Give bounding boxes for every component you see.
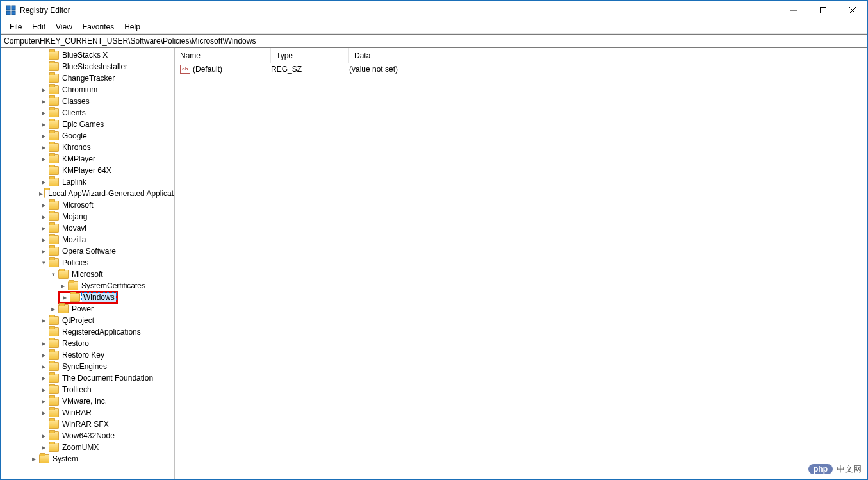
maximize-button[interactable] xyxy=(808,1,838,20)
chevron-right-icon[interactable]: ▶ xyxy=(39,154,48,163)
chevron-right-icon[interactable]: ▶ xyxy=(39,108,48,117)
tree-item[interactable]: ▶WinRAR xyxy=(1,407,174,418)
tree-item[interactable]: ChangeTracker xyxy=(1,72,174,84)
chevron-right-icon[interactable]: ▶ xyxy=(39,189,43,198)
column-data[interactable]: Data xyxy=(349,48,525,63)
tree-item[interactable]: BlueStacksInstaller xyxy=(1,61,174,72)
tree-item[interactable]: ▶ZoomUMX xyxy=(1,442,174,453)
column-name[interactable]: Name xyxy=(175,48,271,63)
tree-item[interactable]: ▶Mozilla xyxy=(1,234,174,245)
value-row[interactable]: ab(Default)REG_SZ(value not set) xyxy=(175,63,867,75)
chevron-right-icon[interactable]: ▶ xyxy=(39,120,48,129)
chevron-right-icon[interactable]: ▶ xyxy=(39,247,48,256)
tree-item[interactable]: BlueStacks X xyxy=(1,49,174,61)
chevron-right-icon[interactable]: ▶ xyxy=(58,281,67,290)
watermark: php 中文网 xyxy=(808,463,862,475)
string-value-icon: ab xyxy=(180,65,190,74)
chevron-right-icon[interactable]: ▶ xyxy=(39,201,48,210)
titlebar: Registry Editor xyxy=(1,1,867,20)
chevron-right-icon[interactable]: ▶ xyxy=(39,443,48,452)
tree-item-label: Epic Games xyxy=(61,120,105,129)
folder-icon xyxy=(49,385,59,394)
tree-item-label: QtProject xyxy=(61,316,95,325)
chevron-right-icon[interactable]: ▶ xyxy=(39,212,48,221)
tree-item[interactable]: WinRAR SFX xyxy=(1,418,174,430)
tree-item[interactable]: ▶SystemCertificates xyxy=(1,280,174,292)
highlight-box: ▶Windows xyxy=(58,291,118,304)
chevron-right-icon[interactable]: ▶ xyxy=(39,131,48,140)
chevron-right-icon[interactable]: ▶ xyxy=(39,97,48,106)
tree-item[interactable]: ▶SyncEngines xyxy=(1,361,174,372)
tree-item[interactable]: ▶Google xyxy=(1,130,174,142)
chevron-right-icon[interactable]: ▶ xyxy=(39,362,48,371)
folder-icon xyxy=(49,62,59,71)
menu-edit[interactable]: Edit xyxy=(27,21,51,33)
tree-item[interactable]: ▶Opera Software xyxy=(1,245,174,257)
tree-item-label: System xyxy=(51,454,79,463)
tree-item-label: Laplink xyxy=(61,178,88,186)
minimize-button[interactable] xyxy=(779,1,808,20)
tree-item[interactable]: ▶System xyxy=(1,453,174,465)
chevron-right-icon[interactable]: ▶ xyxy=(39,431,48,440)
tree-item[interactable]: ▶Power xyxy=(1,303,174,315)
chevron-right-icon[interactable]: ▶ xyxy=(39,397,48,406)
list-header: Name Type Data xyxy=(175,48,867,63)
chevron-right-icon[interactable]: ▶ xyxy=(29,454,38,463)
chevron-right-icon[interactable]: ▶ xyxy=(49,304,58,313)
folder-icon xyxy=(70,293,80,302)
column-type[interactable]: Type xyxy=(271,48,349,63)
chevron-right-icon[interactable]: ▶ xyxy=(39,374,48,383)
menu-view[interactable]: View xyxy=(51,21,78,33)
tree-item[interactable]: ▶Chromium xyxy=(1,84,174,95)
tree-item[interactable]: ▶Khronos xyxy=(1,142,174,153)
chevron-right-icon[interactable]: ▶ xyxy=(39,143,48,152)
chevron-right-icon[interactable]: ▶ xyxy=(39,178,48,186)
tree-item[interactable]: ▶Classes xyxy=(1,95,174,107)
tree-item[interactable]: ▶KMPlayer xyxy=(1,153,174,165)
chevron-right-icon[interactable]: ▶ xyxy=(39,316,48,325)
chevron-right-icon[interactable]: ▶ xyxy=(39,85,48,94)
folder-icon xyxy=(49,108,59,117)
address-bar[interactable]: Computer\HKEY_CURRENT_USER\Software\Poli… xyxy=(1,34,867,48)
menu-favorites[interactable]: Favorites xyxy=(78,21,119,33)
folder-icon xyxy=(49,431,59,440)
chevron-right-icon[interactable]: ▶ xyxy=(39,224,48,233)
tree-item[interactable]: ▶VMware, Inc. xyxy=(1,395,174,407)
chevron-right-icon[interactable]: ▶ xyxy=(39,351,48,360)
tree-pane[interactable]: BlueStacks XBlueStacksInstallerChangeTra… xyxy=(1,48,175,479)
tree-item[interactable]: ▾Policies xyxy=(1,257,174,269)
chevron-right-icon[interactable]: ▶ xyxy=(39,408,48,417)
tree-item[interactable]: ▶Restoro Key xyxy=(1,349,174,361)
tree-item[interactable]: ▶Movavi xyxy=(1,222,174,234)
list-body[interactable]: ab(Default)REG_SZ(value not set) xyxy=(175,63,867,479)
tree-item[interactable]: ▶Laplink xyxy=(1,176,174,188)
tree-item[interactable]: ▶Wow6432Node xyxy=(1,430,174,442)
menu-file[interactable]: File xyxy=(4,21,27,33)
tree-item[interactable]: ▶The Document Foundation xyxy=(1,372,174,384)
tree-item[interactable]: ▶Local AppWizard-Generated Applications xyxy=(1,188,174,199)
tree-item[interactable]: ▶Clients xyxy=(1,107,174,119)
tree-item[interactable]: RegisteredApplications xyxy=(1,326,174,338)
tree-item[interactable]: KMPlayer 64X xyxy=(1,165,174,176)
chevron-right-icon[interactable]: ▶ xyxy=(60,293,69,302)
tree-item[interactable]: ▶Windows xyxy=(1,292,174,303)
chevron-right-icon[interactable]: ▶ xyxy=(39,385,48,394)
chevron-down-icon[interactable]: ▾ xyxy=(49,270,58,279)
tree-item[interactable]: ▶Restoro xyxy=(1,338,174,349)
folder-icon xyxy=(58,270,69,279)
chevron-right-icon[interactable]: ▶ xyxy=(39,235,48,244)
svg-rect-1 xyxy=(12,6,15,10)
tree-item[interactable]: ▶Epic Games xyxy=(1,119,174,130)
column-blank xyxy=(525,48,867,63)
menu-help[interactable]: Help xyxy=(119,21,145,33)
tree-item[interactable]: ▶Microsoft xyxy=(1,199,174,211)
close-button[interactable] xyxy=(838,1,867,20)
tree-item[interactable]: ▶Mojang xyxy=(1,211,174,222)
tree-item[interactable]: ▶Trolltech xyxy=(1,384,174,395)
tree-item[interactable]: ▶QtProject xyxy=(1,315,174,326)
tree-item[interactable]: ▾Microsoft xyxy=(1,269,174,280)
chevron-right-icon[interactable]: ▶ xyxy=(39,339,48,348)
folder-icon xyxy=(49,212,59,221)
tree-item-label: Opera Software xyxy=(61,247,117,256)
chevron-down-icon[interactable]: ▾ xyxy=(39,258,48,267)
